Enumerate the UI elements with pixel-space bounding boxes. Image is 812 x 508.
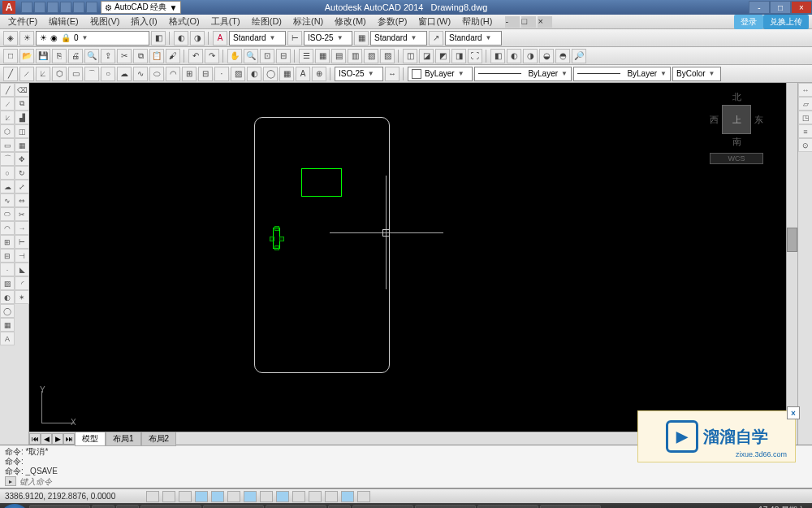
tab-layout1[interactable]: 布局1 bbox=[106, 432, 141, 446]
zoom-icon[interactable]: 🔍 bbox=[244, 49, 258, 63]
hatch-icon[interactable]: ▨ bbox=[0, 276, 15, 290]
menu-format[interactable]: 格式(O) bbox=[164, 14, 205, 29]
menu-window[interactable]: 窗口(W) bbox=[413, 14, 456, 29]
mtext-icon[interactable]: A bbox=[0, 332, 15, 345]
grip-icon[interactable] bbox=[270, 237, 274, 241]
cmd-handle-icon[interactable]: ▸ bbox=[5, 476, 16, 486]
grip-icon[interactable] bbox=[279, 237, 284, 241]
upload-button[interactable]: 兑换上传 bbox=[763, 15, 809, 29]
line-icon[interactable]: ╱ bbox=[0, 83, 15, 97]
osnap-toggle[interactable] bbox=[211, 491, 224, 502]
viewcube-east[interactable]: 东 bbox=[754, 114, 763, 126]
tablestyle-dropdown[interactable]: Standard▼ bbox=[370, 31, 427, 46]
login-button[interactable]: 登录 bbox=[734, 15, 763, 29]
refedit-icon[interactable]: ◓ bbox=[555, 49, 570, 63]
boundary-icon[interactable]: ◒ bbox=[539, 49, 554, 63]
menu-view[interactable]: 视图(V) bbox=[85, 14, 125, 29]
xref-icon[interactable]: ◪ bbox=[419, 49, 434, 63]
dimstyle-icon[interactable]: ⊢ bbox=[287, 31, 302, 46]
taskbar-app[interactable]: Drawing8... bbox=[203, 505, 264, 508]
circle-tool-icon[interactable]: ○ bbox=[101, 67, 115, 81]
workspace-selector[interactable]: ⚙ AutoCAD 经典 ▼ bbox=[101, 1, 181, 14]
grip-icon[interactable] bbox=[274, 226, 279, 231]
paste-icon[interactable]: 📋 bbox=[149, 49, 164, 63]
menu-draw[interactable]: 绘图(D) bbox=[247, 14, 287, 29]
designcenter-icon[interactable]: ▦ bbox=[315, 49, 330, 63]
pline-icon[interactable]: ⟀ bbox=[0, 111, 15, 124]
new-icon[interactable]: □ bbox=[3, 49, 18, 63]
taskbar-app[interactable]: 整理-机械... bbox=[477, 505, 538, 508]
erase-icon[interactable]: ⌫ bbox=[15, 83, 29, 97]
break-icon[interactable]: ⊢ bbox=[15, 235, 29, 249]
dimstyle-dropdown[interactable]: ISO-25▼ bbox=[304, 31, 352, 46]
makeblk-icon[interactable]: ⊟ bbox=[0, 249, 15, 263]
drawing-canvas[interactable]: Y X 北 西 上 东 南 WCS bbox=[29, 83, 786, 432]
mleaderstyle-dropdown[interactable]: Standard▼ bbox=[445, 31, 502, 46]
taskbar-app[interactable]: 单相200k ... bbox=[415, 505, 476, 508]
qp-toggle[interactable] bbox=[325, 491, 338, 502]
region2-icon[interactable]: ◯ bbox=[0, 304, 15, 318]
3dosnap-toggle[interactable] bbox=[227, 491, 240, 502]
move-icon[interactable]: ✥ bbox=[15, 152, 29, 166]
xline-tool-icon[interactable]: ⟋ bbox=[19, 67, 34, 81]
polygon-icon[interactable]: ⬡ bbox=[0, 124, 15, 138]
doc-minimize-button[interactable]: - bbox=[505, 16, 520, 28]
doc-restore-button[interactable]: □ bbox=[521, 16, 536, 28]
dyn-toggle[interactable] bbox=[276, 491, 289, 502]
arc-tool-icon[interactable]: ⌒ bbox=[84, 67, 99, 81]
cut-icon[interactable]: ✂ bbox=[117, 49, 132, 63]
ellipse-tool-icon[interactable]: ⬭ bbox=[149, 67, 164, 81]
layer-props-icon[interactable]: ◈ bbox=[3, 31, 18, 46]
ellipsearc-icon[interactable]: ◠ bbox=[0, 221, 15, 235]
pline-tool-icon[interactable]: ⟀ bbox=[36, 67, 50, 81]
gradient-tool-icon[interactable]: ◐ bbox=[247, 67, 261, 81]
color-dropdown[interactable]: ByLayer▼ bbox=[408, 67, 473, 81]
layer-match-icon[interactable]: ◧ bbox=[151, 31, 166, 46]
qat-save-icon[interactable] bbox=[47, 2, 58, 13]
id-icon[interactable]: ⊙ bbox=[798, 138, 812, 152]
menu-insert[interactable]: 插入(I) bbox=[126, 14, 162, 29]
taskbar-app[interactable]: SOLIDWO... bbox=[352, 505, 413, 508]
taskbar-app[interactable]: 加工图-机... bbox=[266, 505, 326, 508]
point-tool-icon[interactable]: · bbox=[214, 67, 229, 81]
tablestyle-icon[interactable]: ▦ bbox=[354, 31, 369, 46]
saveas-icon[interactable]: ⎘ bbox=[52, 49, 67, 63]
insertblk-icon[interactable]: ⊞ bbox=[0, 235, 15, 249]
layer-dropdown[interactable]: ☀ ◉ 🔒 0 ▼ bbox=[36, 31, 149, 46]
calc-icon[interactable]: ▨ bbox=[380, 49, 395, 63]
trim-icon[interactable]: ✂ bbox=[15, 207, 29, 221]
tab-layout2[interactable]: 布局2 bbox=[141, 432, 177, 446]
tab-prev-icon[interactable]: ◀ bbox=[41, 433, 52, 445]
menu-dim[interactable]: 标注(N) bbox=[288, 14, 328, 29]
menu-tools[interactable]: 工具(T) bbox=[206, 14, 245, 29]
lwt-toggle[interactable] bbox=[292, 491, 305, 502]
sc-toggle[interactable] bbox=[341, 491, 354, 502]
am-toggle[interactable] bbox=[357, 491, 370, 502]
matchprop-icon[interactable]: 🖌 bbox=[166, 49, 180, 63]
viewcube-south[interactable]: 南 bbox=[710, 136, 763, 148]
redo-icon[interactable]: ↷ bbox=[205, 49, 219, 63]
menu-param[interactable]: 参数(P) bbox=[373, 14, 412, 29]
mleaderstyle-icon[interactable]: ↗ bbox=[429, 31, 443, 46]
circle-icon[interactable]: ○ bbox=[0, 166, 15, 180]
textstyle-icon[interactable]: A bbox=[213, 31, 227, 46]
list-icon[interactable]: ≡ bbox=[798, 124, 812, 138]
dimstyle2-dropdown[interactable]: ISO-25▼ bbox=[335, 67, 383, 81]
qat-redo-icon[interactable] bbox=[73, 2, 84, 13]
markup-icon[interactable]: ▧ bbox=[364, 49, 378, 63]
tab-first-icon[interactable]: ⏮ bbox=[29, 433, 41, 445]
offset-icon[interactable]: ◫ bbox=[15, 124, 29, 138]
start-button[interactable] bbox=[2, 504, 28, 508]
table-tool-icon[interactable]: ▦ bbox=[279, 67, 294, 81]
snap-toggle[interactable] bbox=[146, 491, 159, 502]
sheetset-icon[interactable]: ▥ bbox=[348, 49, 362, 63]
scrollbar-thumb[interactable] bbox=[787, 228, 797, 252]
viewcube-wcs[interactable]: WCS bbox=[710, 153, 763, 164]
qat-undo-icon[interactable] bbox=[60, 2, 71, 13]
mirror-icon[interactable]: ▟ bbox=[15, 111, 29, 124]
insert-icon[interactable]: ◨ bbox=[451, 49, 466, 63]
area-icon[interactable]: ▱ bbox=[798, 97, 812, 111]
scale-icon[interactable]: ⤢ bbox=[15, 180, 29, 193]
taskbar-app[interactable] bbox=[328, 505, 351, 508]
grid-toggle[interactable] bbox=[162, 491, 175, 502]
